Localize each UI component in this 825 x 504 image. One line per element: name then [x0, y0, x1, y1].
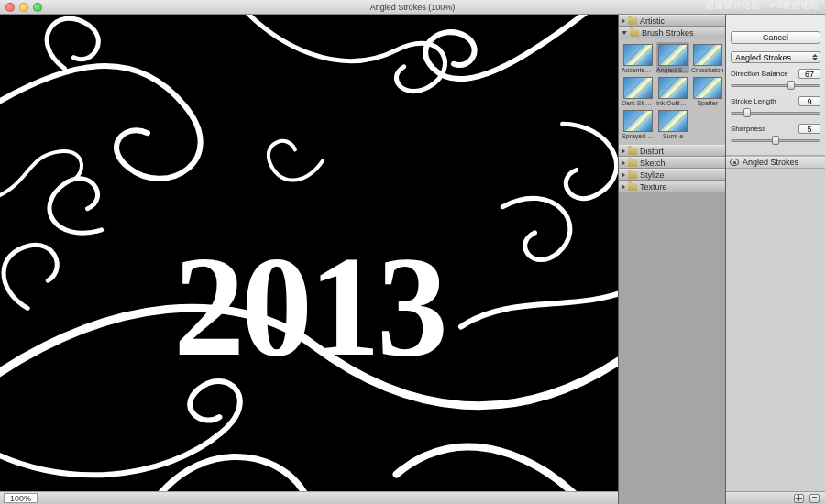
filter-select-value: Angled Strokes: [731, 51, 809, 63]
slider-knob[interactable]: [787, 81, 795, 90]
filter-thumb-image: [658, 110, 688, 132]
filter-thumb-grid: Accented EdgesAngled StrokesCrosshatchDa…: [619, 38, 725, 145]
close-icon[interactable]: [6, 3, 15, 12]
filter-thumb-label: Accented Edges: [622, 67, 654, 73]
category-header[interactable]: Brush Strokes: [619, 27, 725, 38]
effect-layer-stack: Angled Strokes: [726, 156, 825, 504]
folder-icon: [628, 17, 637, 25]
disclosure-icon: [622, 148, 625, 154]
disclosure-icon: [622, 184, 625, 190]
effect-layer-row[interactable]: Angled Strokes: [726, 157, 825, 169]
filter-options-panel: Cancel Angled Strokes Direction Balance6…: [726, 15, 825, 504]
param-label: Sharpness: [731, 125, 765, 133]
chevron-updown-icon[interactable]: [809, 51, 820, 63]
param-control: Direction Balance67: [731, 69, 820, 91]
workspace: 2013 100% ArtisticBrush StrokesAccented …: [0, 15, 825, 504]
filter-thumb-image: [623, 77, 653, 99]
cancel-button[interactable]: Cancel: [731, 31, 820, 44]
folder-icon: [628, 148, 637, 155]
preview-canvas[interactable]: 2013: [0, 15, 618, 491]
category-label: Sketch: [640, 159, 666, 168]
filter-thumb[interactable]: Sprayed Strokes: [622, 108, 654, 139]
category-header[interactable]: Stylize: [619, 169, 725, 181]
window-title: Angled Strokes (100%): [370, 3, 456, 12]
disclosure-icon: [622, 31, 627, 35]
param-value[interactable]: 67: [798, 69, 820, 79]
category-header[interactable]: Sketch: [619, 157, 725, 169]
folder-icon: [630, 29, 639, 37]
param-control: Stroke Length9: [731, 96, 820, 118]
param-label: Stroke Length: [731, 97, 776, 105]
param-slider[interactable]: [731, 80, 820, 91]
slider-knob[interactable]: [772, 136, 779, 145]
category-header[interactable]: Distort: [619, 145, 725, 157]
param-slider[interactable]: [731, 107, 820, 118]
titlebar: Angled Strokes (100%): [0, 0, 825, 15]
filter-thumb[interactable]: Accented Edges: [622, 42, 654, 73]
effect-layer-label: Angled Strokes: [742, 158, 798, 167]
param-label: Direction Balance: [731, 70, 788, 78]
category-label: Stylize: [640, 170, 665, 180]
category-label: Artistic: [640, 16, 665, 26]
filter-thumb-label: Crosshatch: [691, 67, 723, 73]
folder-icon: [628, 171, 637, 179]
filter-thumb-image: [693, 77, 722, 99]
disclosure-icon: [622, 172, 625, 178]
svg-rect-2: [798, 495, 799, 501]
filter-thumb-label: Spatter: [697, 100, 718, 106]
filter-thumb[interactable]: Angled Strokes: [656, 42, 689, 73]
filter-select[interactable]: Angled Strokes: [731, 51, 820, 63]
filter-thumb[interactable]: Dark Strokes: [622, 75, 654, 106]
trash-icon[interactable]: [809, 494, 820, 503]
category-label: Distort: [640, 147, 664, 156]
filter-thumb[interactable]: Ink Outlines: [656, 75, 689, 106]
param-value[interactable]: 5: [798, 124, 820, 134]
filter-thumb[interactable]: Sumi-e: [656, 108, 689, 139]
filter-thumb-label: Angled Strokes: [656, 67, 689, 73]
minimize-icon[interactable]: [19, 3, 28, 12]
category-label: Texture: [640, 182, 667, 192]
filter-thumb-image: [623, 110, 653, 132]
filter-thumb-image: [623, 44, 653, 66]
filter-thumb-label: Sprayed Strokes: [622, 133, 654, 139]
param-slider[interactable]: [731, 135, 820, 146]
param-control: Sharpness5: [731, 124, 820, 146]
filter-thumb[interactable]: Crosshatch: [691, 42, 723, 73]
disclosure-icon: [622, 18, 625, 24]
category-header[interactable]: Artistic: [619, 15, 725, 27]
filter-thumb-image: [693, 44, 722, 66]
filter-thumb-image: [658, 77, 688, 99]
folder-icon: [628, 183, 637, 191]
slider-knob[interactable]: [743, 108, 751, 117]
new-effect-layer-button[interactable]: [794, 494, 804, 503]
zoom-icon[interactable]: [33, 3, 42, 12]
visibility-icon[interactable]: [730, 159, 739, 166]
filter-options-top: Cancel Angled Strokes Direction Balance6…: [726, 15, 825, 156]
filter-thumb-label: Ink Outlines: [656, 100, 689, 106]
traffic-lights: [6, 3, 42, 12]
category-label: Brush Strokes: [642, 28, 694, 38]
filter-gallery-panel: ArtisticBrush StrokesAccented EdgesAngle…: [618, 15, 726, 504]
statusbar: 100%: [0, 491, 618, 504]
category-header[interactable]: Texture: [619, 181, 725, 192]
filter-thumb-image: [658, 44, 688, 66]
filter-thumb[interactable]: Spatter: [691, 75, 723, 106]
canvas-year-text: 2013: [173, 227, 445, 386]
effect-stack-footer: [726, 491, 825, 504]
filter-thumb-label: Sumi-e: [663, 133, 683, 139]
canvas-area: 2013 100%: [0, 15, 618, 504]
folder-icon: [628, 159, 637, 167]
zoom-level[interactable]: 100%: [4, 493, 38, 503]
param-value[interactable]: 9: [798, 96, 820, 106]
filter-thumb-label: Dark Strokes: [622, 100, 654, 106]
disclosure-icon: [622, 160, 625, 166]
